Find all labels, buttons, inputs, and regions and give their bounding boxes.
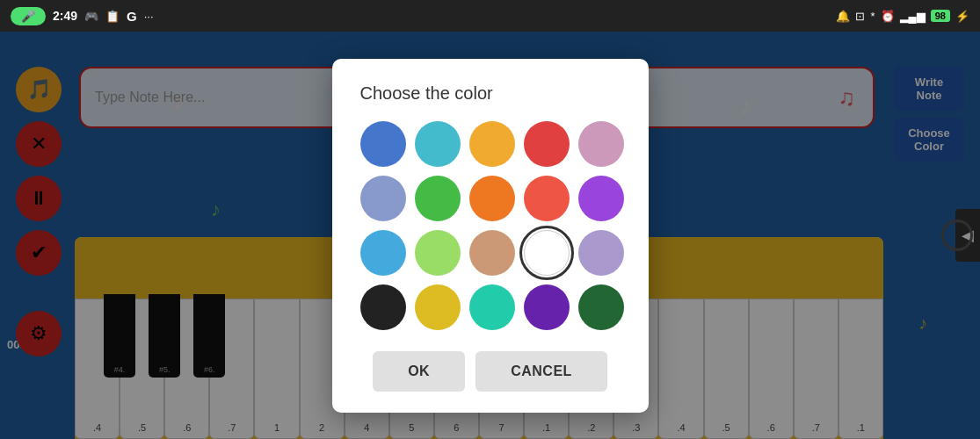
notification-icon: 🔔 — [836, 10, 850, 23]
color-grid — [360, 121, 621, 330]
color-swatch-4[interactable] — [578, 121, 624, 167]
color-swatch-19[interactable] — [578, 284, 624, 330]
color-swatch-0[interactable] — [360, 121, 406, 167]
dots-icon: ··· — [144, 10, 154, 23]
color-dialog: Choose the color OK CANCEL — [332, 59, 649, 413]
color-swatch-3[interactable] — [524, 121, 570, 167]
alarm-icon: ⏰ — [881, 10, 895, 23]
color-swatch-6[interactable] — [415, 176, 461, 221]
color-swatch-17[interactable] — [469, 284, 515, 330]
color-swatch-10[interactable] — [360, 230, 406, 276]
mic-pill: 🎤 — [11, 7, 46, 25]
screen-icon: ⊡ — [855, 10, 865, 23]
status-time: 2:49 — [53, 9, 77, 23]
signal-icon: ▂▄▆ — [900, 10, 926, 23]
cancel-button[interactable]: CANCEL — [475, 351, 607, 392]
dialog-title: Choose the color — [360, 83, 621, 104]
status-icons-right: 🔔 ⊡ * ⏰ ▂▄▆ 98 ⚡ — [836, 10, 969, 23]
game-icon: 🎮 — [84, 10, 98, 23]
battery-badge: 98 — [931, 10, 950, 22]
color-swatch-18[interactable] — [524, 284, 570, 330]
status-left: 🎤 2:49 🎮 📋 G ··· — [11, 7, 154, 25]
bluetooth-icon: * — [870, 10, 875, 23]
color-swatch-15[interactable] — [360, 284, 406, 330]
color-swatch-11[interactable] — [415, 230, 461, 276]
color-swatch-5[interactable] — [360, 176, 406, 221]
color-swatch-8[interactable] — [524, 176, 570, 221]
charging-icon: ⚡ — [955, 10, 969, 23]
color-swatch-1[interactable] — [415, 121, 461, 167]
color-swatch-2[interactable] — [469, 121, 515, 167]
color-swatch-13[interactable] — [524, 230, 570, 276]
color-swatch-7[interactable] — [469, 176, 515, 221]
color-swatch-9[interactable] — [578, 176, 624, 221]
status-bar: 🎤 2:49 🎮 📋 G ··· 🔔 ⊡ * ⏰ ▂▄▆ 98 ⚡ — [0, 0, 980, 32]
g-icon: G — [127, 9, 137, 24]
app-background: ♪ ♪ ♪ ♪ ♪ 🎵 ✕ ⏸ ✔ ⚙ 00:06.70 Type Note H… — [0, 32, 980, 439]
color-swatch-12[interactable] — [469, 230, 515, 276]
color-dialog-overlay: Choose the color OK CANCEL — [0, 32, 980, 439]
dialog-actions: OK CANCEL — [360, 351, 621, 392]
color-swatch-16[interactable] — [415, 284, 461, 330]
mic-icon: 🎤 — [21, 10, 35, 23]
sd-icon: 📋 — [105, 10, 120, 23]
ok-button[interactable]: OK — [373, 351, 465, 392]
color-swatch-14[interactable] — [578, 230, 624, 276]
